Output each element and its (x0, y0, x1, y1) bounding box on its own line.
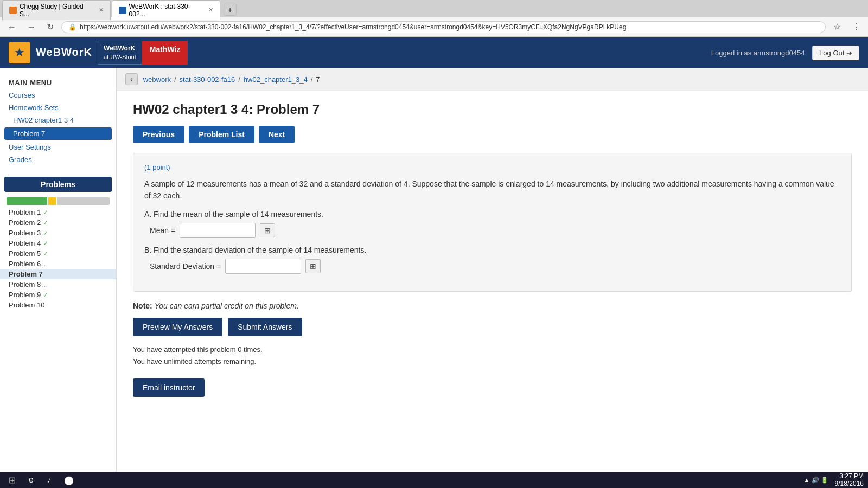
reload-button[interactable]: ↻ (43, 21, 57, 33)
menu-button[interactable]: ⋮ (848, 21, 864, 33)
problem-part-a: A. Find the mean of the sample of 14 mea… (144, 210, 840, 238)
sidebar-divider (0, 166, 116, 172)
submit-button[interactable]: Submit Answers (228, 318, 302, 336)
main-menu-title: MAIN MENU (0, 74, 116, 89)
tab-favicon-webwork (119, 7, 126, 14)
logged-in-text: Logged in as armstrongd0454. (711, 49, 807, 57)
attempt-line1: You have attempted this problem 0 times. (133, 344, 852, 356)
badge-uwstout[interactable]: WeBWorK at UW-Stout (98, 41, 142, 65)
email-instructor-button[interactable]: Email instructor (133, 378, 205, 397)
problems-header: Problems (4, 177, 112, 192)
sidebar-item-homework-sets[interactable]: Homework Sets (0, 101, 116, 114)
badge-line1: WeBWorK (104, 44, 136, 53)
url-box[interactable]: 🔒 https://webwork.uwstout.edu/webwork2/s… (61, 21, 826, 33)
problem-content: HW02 chapter1 3 4: Problem 7 Previous Pr… (117, 91, 868, 408)
attempt-text: You have attempted this problem 0 times.… (133, 344, 852, 368)
tab-webwork-label: WeBWorK : stat-330-002... (129, 3, 204, 18)
previous-button[interactable]: Previous (133, 126, 184, 143)
problem-list: Problem 1✓ Problem 2✓ Problem 3✓ Problem… (0, 207, 116, 310)
header-badges: WeBWorK at UW-Stout MathWiz (98, 41, 188, 65)
problem-list-item-5[interactable]: Problem 5✓ (0, 248, 116, 259)
progress-gray (57, 197, 110, 205)
forward-button[interactable]: → (24, 21, 39, 33)
sidebar-item-courses[interactable]: Courses (0, 89, 116, 101)
point-badge: (1 point) (144, 163, 840, 171)
problem-list-item-1[interactable]: Problem 1✓ (0, 207, 116, 217)
main-layout: MAIN MENU Courses Homework Sets HW02 cha… (0, 68, 868, 472)
breadcrumb-course[interactable]: stat-330-002-fa16 (180, 75, 235, 84)
note-bold: Note: (133, 301, 152, 310)
tab-chegg[interactable]: Chegg Study | Guided S... ✕ (2, 0, 111, 20)
tab-favicon-chegg (9, 7, 17, 14)
problem-description: A sample of 12 measurements has a mean o… (144, 178, 840, 202)
problem-list-item-3[interactable]: Problem 3✓ (0, 228, 116, 238)
breadcrumb-bar: ‹ webwork / stat-330-002-fa16 / hw02_cha… (117, 68, 868, 91)
breadcrumb-webwork[interactable]: webwork (143, 75, 171, 84)
address-bar: ← → ↻ 🔒 https://webwork.uwstout.edu/webw… (0, 17, 868, 37)
taskbar: ⊞ e ♪ ⬤ ▲ 🔊 🔋 3:27 PM 9/18/2016 (0, 472, 868, 472)
problem-list-item-9[interactable]: Problem 9✓ (0, 290, 116, 300)
back-button[interactable]: ← (4, 21, 20, 33)
tab-chegg-label: Chegg Study | Guided S... (20, 3, 94, 18)
std-label: Standard Deviation = (150, 262, 221, 271)
logo-area: ★ WeBWorK WeBWorK at UW-Stout MathWiz (9, 41, 711, 65)
problem-list-item-10[interactable]: Problem 10 (0, 300, 116, 310)
tab-bar: Chegg Study | Guided S... ✕ WeBWorK : st… (0, 0, 868, 17)
part-a-label: A. Find the mean of the sample of 14 mea… (144, 210, 840, 219)
sidebar-item-user-settings[interactable]: User Settings (0, 141, 116, 153)
sidebar-item-grades[interactable]: Grades (0, 153, 116, 166)
mean-grid-button[interactable]: ⊞ (260, 223, 275, 237)
tab-close-chegg[interactable]: ✕ (99, 7, 104, 14)
action-buttons: Preview My Answers Submit Answers (133, 318, 852, 336)
mathwiz-label: MathWiz (150, 45, 181, 54)
breadcrumb-problem-num: 7 (316, 75, 320, 84)
problem-list-item-7[interactable]: Problem 7 (0, 269, 116, 279)
browser-chrome: Chegg Study | Guided S... ✕ WeBWorK : st… (0, 0, 868, 37)
std-grid-button[interactable]: ⊞ (305, 259, 321, 273)
problem-box: (1 point) A sample of 12 measurements ha… (133, 153, 852, 292)
mean-label: Mean = (150, 226, 175, 235)
progress-bar (0, 195, 116, 207)
new-tab-button[interactable]: + (224, 4, 237, 16)
breadcrumb-sep-3: / (311, 75, 313, 84)
breadcrumb-sep-1: / (174, 75, 176, 84)
problem-title: HW02 chapter1 3 4: Problem 7 (133, 102, 852, 117)
tab-webwork[interactable]: WeBWorK : stat-330-002... ✕ (112, 0, 220, 20)
breadcrumb-hw[interactable]: hw02_chapter1_3_4 (244, 75, 308, 84)
problem-list-item-6[interactable]: Problem 6 ... (0, 259, 116, 269)
content-area: ‹ webwork / stat-330-002-fa16 / hw02_cha… (117, 68, 868, 472)
back-arrow-icon: ‹ (130, 75, 133, 84)
part-b-label: B. Find the standard deviation of the sa… (144, 246, 840, 254)
preview-button[interactable]: Preview My Answers (133, 318, 222, 336)
std-input-row: Standard Deviation = ⊞ (150, 259, 840, 274)
breadcrumb-back-button[interactable]: ‹ (125, 73, 138, 85)
nav-buttons: Previous Problem List Next (133, 126, 852, 143)
problem-part-b: B. Find the standard deviation of the sa… (144, 246, 840, 274)
logout-label: Log Out (819, 49, 844, 57)
logo-text: WeBWorK (36, 46, 92, 59)
problem-list-item-2[interactable]: Problem 2✓ (0, 217, 116, 228)
note-text: Note: You can earn partial credit on thi… (133, 301, 852, 310)
mean-input-row: Mean = ⊞ (150, 223, 840, 238)
next-button[interactable]: Next (259, 126, 295, 143)
std-input[interactable] (225, 259, 301, 274)
badge-mathwiz[interactable]: MathWiz (142, 41, 188, 65)
sidebar-item-problem7-active[interactable]: Problem 7 (4, 127, 112, 140)
problem-list-item-8[interactable]: Problem 8 ... (0, 279, 116, 290)
sidebar: MAIN MENU Courses Homework Sets HW02 cha… (0, 68, 117, 472)
problem-list-item-4[interactable]: Problem 4✓ (0, 238, 116, 248)
problem-list-button[interactable]: Problem List (189, 126, 254, 143)
badge-line2: at UW-Stout (104, 53, 136, 61)
mean-input[interactable] (180, 223, 256, 238)
lock-icon: 🔒 (68, 23, 76, 31)
sidebar-item-hw02[interactable]: HW02 chapter1 3 4 (0, 114, 116, 126)
logout-button[interactable]: Log Out ➔ (812, 46, 859, 60)
bookmark-button[interactable]: ☆ (830, 21, 844, 33)
header-right: Logged in as armstrongd0454. Log Out ➔ (711, 46, 859, 60)
breadcrumb-sep-2: / (238, 75, 240, 84)
app-header: ★ WeBWorK WeBWorK at UW-Stout MathWiz Lo… (0, 37, 868, 68)
progress-yellow (48, 197, 56, 205)
tab-close-webwork[interactable]: ✕ (208, 7, 213, 14)
url-text: https://webwork.uwstout.edu/webwork2/sta… (80, 23, 626, 31)
logo-star-icon[interactable]: ★ (9, 42, 30, 63)
